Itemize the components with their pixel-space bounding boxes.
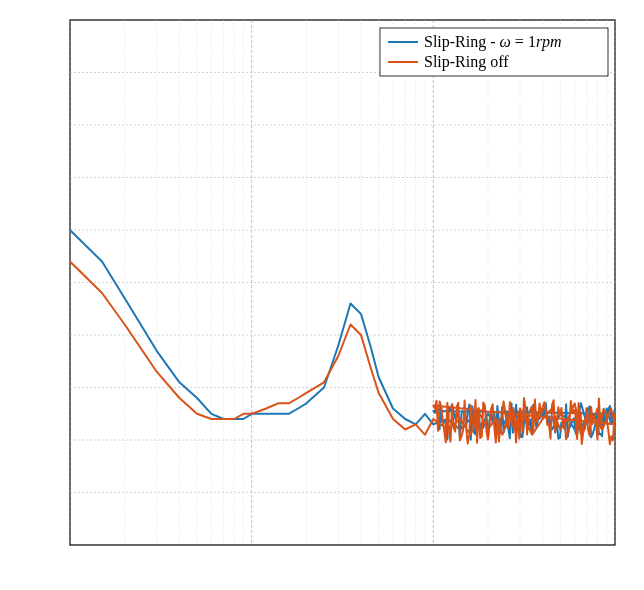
legend: Slip-Ring - ω = 1rpm Slip-Ring off [380,28,608,76]
legend-label-0: Slip-Ring - ω = 1rpm [424,33,562,51]
line-chart: Slip-Ring - ω = 1rpm Slip-Ring off [0,0,644,590]
series-slip-ring-off [70,262,615,445]
legend-label-1: Slip-Ring off [424,53,509,71]
